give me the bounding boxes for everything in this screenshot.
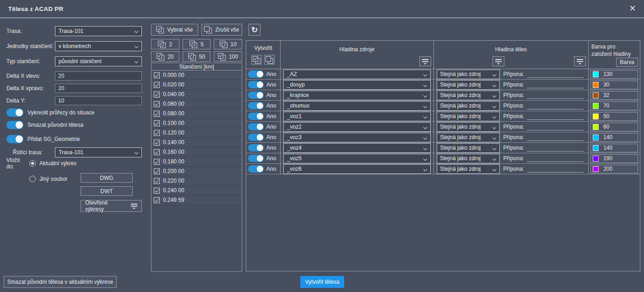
create-bodies-button[interactable]: Vytvořit tělesa (300, 276, 344, 288)
checkbox-checked[interactable] (154, 149, 160, 155)
layer-color-button[interactable]: 32 (590, 91, 638, 100)
body-layer-select[interactable]: Stejná jako zdroj (437, 101, 500, 111)
dropdown[interactable]: původní staničení (55, 56, 142, 66)
layer-color-button[interactable]: 140 (590, 133, 638, 142)
suffix-input[interactable] (527, 81, 584, 88)
source-layer-select[interactable]: _krajnice (283, 91, 431, 100)
source-layer-select[interactable]: _voz4 (283, 143, 431, 153)
toggle-switch[interactable] (248, 113, 264, 120)
toggle-switch[interactable] (248, 102, 264, 109)
station-row[interactable]: 0.180 00 (152, 157, 242, 167)
checkbox-checked[interactable] (154, 168, 160, 174)
radio-aktualni-vykres[interactable] (29, 160, 36, 167)
suffix-input[interactable] (527, 144, 584, 151)
source-layer-select[interactable]: _dosyp (283, 80, 431, 90)
refresh-button[interactable]: ↻ (249, 24, 260, 36)
station-row[interactable]: 0.060 00 (152, 99, 242, 109)
layer-color-button[interactable]: 60 (590, 123, 638, 131)
body-layer-select[interactable]: Stejná jako zdroj (437, 164, 500, 174)
source-layer-select[interactable]: _voz2 (283, 122, 431, 132)
step-button[interactable]: 50 (183, 51, 211, 62)
station-row[interactable]: 0.080 00 (152, 109, 242, 119)
body-layer-select[interactable]: Stejná jako zdroj (437, 112, 500, 121)
station-row[interactable]: 0.120 00 (152, 128, 242, 138)
source-layer-select[interactable]: _voz6 (283, 164, 431, 174)
suffix-input[interactable] (527, 155, 584, 162)
source-layer-select[interactable]: _voz3 (283, 133, 431, 142)
dwg-button[interactable]: DWG (81, 173, 133, 183)
body-layer-select[interactable]: Stejná jako zdroj (437, 154, 500, 163)
layer-color-button[interactable]: 30 (590, 81, 638, 89)
step-button[interactable]: 20 (151, 51, 179, 62)
select-all-button[interactable]: Vybrat vše (151, 24, 198, 36)
text-input[interactable]: 20 (55, 71, 142, 81)
station-row[interactable]: 0.020 00 (152, 80, 242, 90)
toggle-switch[interactable] (248, 144, 264, 151)
station-row[interactable]: 0.200 00 (152, 167, 242, 176)
suffix-input[interactable] (527, 70, 584, 78)
suffix-input[interactable] (527, 134, 584, 141)
suffix-input[interactable] (527, 92, 584, 99)
suffix-input[interactable] (527, 165, 584, 173)
close-icon[interactable]: × (627, 2, 639, 15)
suffix-input[interactable] (527, 113, 584, 120)
toggle-switch[interactable] (248, 70, 264, 78)
layer-color-button[interactable]: 130 (590, 70, 638, 79)
body-layer-select[interactable]: Stejná jako zdroj (437, 143, 500, 153)
station-row[interactable]: 0.100 00 (152, 119, 242, 128)
station-row[interactable]: 0.249 59 (152, 195, 242, 205)
body-layer-select[interactable]: Stejná jako zdroj (437, 80, 500, 90)
checkbox-checked[interactable] (154, 197, 160, 203)
toggle-switch[interactable] (6, 121, 23, 129)
deselect-all-button[interactable]: Zrušit vše (201, 24, 242, 36)
filter-button[interactable] (492, 56, 504, 66)
station-row[interactable]: 0.160 00 (152, 147, 242, 157)
source-layer-select[interactable]: _voz5 (283, 154, 431, 163)
layer-color-button[interactable]: 70 (590, 102, 638, 110)
station-row[interactable]: 0.140 00 (152, 138, 242, 147)
layer-color-button[interactable]: 50 (590, 112, 638, 121)
toggle-switch[interactable] (6, 108, 23, 117)
checkbox-checked[interactable] (154, 101, 160, 107)
toggle-switch[interactable] (248, 165, 264, 173)
station-row[interactable]: 0.040 00 (152, 90, 242, 99)
source-layer-select[interactable]: _AZ (283, 70, 431, 79)
checkbox-checked[interactable] (154, 130, 160, 136)
toggle-switch[interactable] (248, 123, 264, 130)
layer-color-button[interactable]: 140 (590, 144, 638, 152)
station-row[interactable]: 0.000 00 (152, 70, 242, 80)
body-layer-select[interactable]: Stejná jako zdroj (437, 122, 500, 132)
layer-color-button[interactable]: 190 (590, 154, 638, 163)
step-button[interactable]: 5 (183, 39, 211, 49)
body-layer-select[interactable]: Stejná jako zdroj (437, 70, 500, 79)
toggle-switch[interactable] (248, 134, 264, 141)
step-button[interactable]: 2 (151, 39, 179, 49)
checkbox-checked[interactable] (154, 92, 160, 97)
body-layer-select[interactable]: Stejná jako zdroj (437, 91, 500, 100)
toggle-switch[interactable] (248, 92, 264, 99)
color-button[interactable]: Barva (616, 58, 638, 67)
enable-all-button[interactable] (251, 55, 262, 65)
delete-original-bodies-button[interactable]: Smazat původní tělesa v aktuálním výkres… (4, 276, 117, 288)
station-row[interactable]: 0.220 00 (152, 176, 242, 186)
step-button[interactable]: 100 (214, 51, 242, 62)
layer-color-button[interactable]: 200 (590, 165, 638, 173)
dwt-button[interactable]: DWT (81, 186, 133, 196)
checkbox-checked[interactable] (154, 82, 160, 88)
toggle-switch[interactable] (6, 135, 23, 143)
checkbox-checked[interactable] (154, 178, 160, 184)
suffix-input[interactable] (527, 123, 584, 130)
ridici-trasa-select[interactable]: Trasa-101 (55, 147, 142, 157)
filter-button[interactable] (419, 56, 431, 66)
dropdown[interactable]: v kilometrech (55, 41, 142, 51)
checkbox-checked[interactable] (154, 120, 160, 126)
step-button[interactable]: 10 (214, 39, 242, 49)
checkbox-checked[interactable] (154, 188, 160, 194)
dropdown[interactable]: Trasa-101 (55, 26, 142, 36)
checkbox-checked[interactable] (154, 72, 160, 78)
checkbox-checked[interactable] (154, 159, 160, 165)
open-drawings-button[interactable]: Otevřené výkresy (81, 200, 142, 212)
filter-button[interactable] (574, 56, 586, 66)
suffix-input[interactable] (527, 102, 584, 109)
toggle-switch[interactable] (248, 81, 264, 88)
